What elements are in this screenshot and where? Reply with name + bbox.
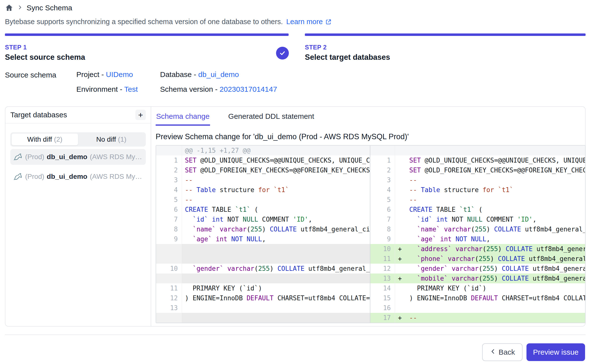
diff-row: 8 `name` varchar(255) COLLATE utf8mb4_ge… [370, 224, 585, 234]
diff-row [156, 244, 370, 254]
database-instance-label: (AWS RDS MySQL Prod) [90, 153, 142, 161]
line-number: 9 [370, 234, 395, 244]
target-databases-panel: Target databases + With diff (2) No diff… [5, 107, 151, 326]
database-list-item[interactable]: (Prod) db_ui_demo (AWS RDS MySQL Prod) [10, 169, 146, 184]
diff-row: 3-- [156, 175, 370, 185]
line-number: 13 [370, 273, 395, 283]
line-number: 10 [156, 264, 182, 273]
diff-add-marker [395, 185, 406, 195]
code-line: `phone` varchar(255) COLLATE utf8mb4_gen… [406, 254, 585, 264]
diff-row: 7 `id` int NOT NULL COMMENT 'ID', [156, 214, 370, 224]
database-link[interactable]: db_ui_demo [198, 70, 239, 78]
diff-row: 10 `gender` varchar(255) COLLATE utf8mb4… [156, 264, 370, 273]
line-number: 17 [370, 313, 395, 323]
line-number: 10 [370, 244, 395, 254]
diff-row: 14 PRIMARY KEY (`id`) [370, 283, 585, 293]
step-1: STEP 1 Select source schema [5, 33, 289, 62]
external-link-icon [325, 19, 332, 25]
diff-row: 17+-- [370, 313, 585, 323]
diff-row: 12 `gender` varchar(255) COLLATE utf8mb4… [370, 264, 585, 273]
diff-row: 7 `id` int NOT NULL COMMENT 'ID', [370, 214, 585, 224]
no-diff-tab[interactable]: No diff (1) [78, 134, 145, 145]
diff-row: 9 `age` int NOT NULL, [156, 234, 370, 244]
line-number: 4 [370, 185, 395, 195]
step-2: STEP 2 Select target databases [305, 33, 586, 62]
code-line: `mobile` varchar(255) COLLATE utf8mb4_ge… [406, 273, 585, 283]
step-1-check-icon [276, 47, 289, 60]
line-number: 12 [370, 264, 395, 273]
target-panel-header: Target databases + [5, 107, 151, 123]
diff-add-marker [395, 234, 406, 244]
diff-add-marker [395, 303, 406, 313]
database-env-label: (Prod) [25, 153, 44, 161]
diff-pane-source[interactable]: @@ -1,15 +1,27 @@1SET @OLD_UNIQUE_CHECKS… [156, 146, 370, 323]
diff-row: 11+ `phone` varchar(255) COLLATE utf8mb4… [370, 254, 585, 264]
code-line: SET @OLD_FOREIGN_KEY_CHECKS=@@FOREIGN_KE… [182, 165, 370, 175]
line-number [156, 273, 182, 283]
code-line: SET @OLD_FOREIGN_KEY_CHECKS=@@FOREIGN_KE… [406, 165, 585, 175]
learn-more-link[interactable]: Learn more [286, 18, 323, 26]
database-env-label: (Prod) [25, 173, 44, 181]
step-2-title: Select target databases [305, 53, 586, 62]
line-number: 8 [370, 224, 395, 234]
project-link[interactable]: UIDemo [106, 70, 133, 78]
diff-add-marker [395, 165, 406, 175]
diff-row: 16 [370, 303, 585, 313]
tab-schema-change[interactable]: Schema change [156, 107, 210, 126]
diff-add-marker: + [395, 254, 406, 264]
diff-row: 15) ENGINE=InnoDB DEFAULT CHARSET=utf8mb… [370, 293, 585, 303]
diff-pane-target[interactable]: 1SET @OLD_UNIQUE_CHECKS=@@UNIQUE_CHECKS,… [370, 146, 585, 323]
line-number: 8 [156, 224, 182, 234]
code-line [182, 303, 370, 313]
diff-row: 1SET @OLD_UNIQUE_CHECKS=@@UNIQUE_CHECKS,… [370, 155, 585, 165]
line-number [156, 146, 182, 155]
code-line: -- [406, 175, 585, 185]
tab-generated-ddl[interactable]: Generated DDL statement [228, 107, 315, 126]
diff-add-marker: + [395, 313, 406, 323]
line-number: 3 [370, 175, 395, 185]
schema-diff-viewer[interactable]: @@ -1,15 +1,27 @@1SET @OLD_UNIQUE_CHECKS… [156, 145, 586, 323]
code-line: `age` int NOT NULL, [406, 234, 585, 244]
line-number: 15 [370, 293, 395, 303]
source-database: Database - db_ui_demo [160, 70, 277, 79]
code-line: -- [406, 195, 585, 205]
diff-add-marker [395, 283, 406, 293]
diff-row: 1SET @OLD_UNIQUE_CHECKS=@@UNIQUE_CHECKS,… [156, 155, 370, 165]
code-line: `address` varchar(255) COLLATE utf8mb4_g… [406, 244, 585, 254]
database-list-item[interactable]: (Prod) db_ui_demo (AWS RDS MySQL Prod) [10, 149, 146, 165]
diff-add-marker: + [395, 244, 406, 254]
preview-issue-button[interactable]: Preview issue [526, 343, 585, 361]
code-line [182, 273, 370, 283]
page-title: Sync Schema [27, 4, 72, 12]
line-number: 1 [370, 155, 395, 165]
database-name: db_ui_demo [47, 173, 87, 181]
code-line: `id` int NOT NULL COMMENT 'ID', [406, 214, 585, 224]
line-number [156, 313, 182, 323]
main-card: Target databases + With diff (2) No diff… [5, 106, 586, 327]
breadcrumb: Sync Schema [5, 2, 72, 13]
back-button[interactable]: Back [482, 343, 523, 361]
code-line: -- [406, 313, 585, 323]
diff-add-marker [395, 214, 406, 224]
diff-row: 3-- [370, 175, 585, 185]
code-line: ) ENGINE=InnoDB DEFAULT CHARSET=utf8mb4 … [406, 293, 585, 303]
preview-tabs: Schema change Generated DDL statement [156, 107, 315, 126]
schema-version-link[interactable]: 20230317014147 [220, 85, 277, 93]
diff-row: 2SET @OLD_FOREIGN_KEY_CHECKS=@@FOREIGN_K… [370, 165, 585, 175]
diff-add-marker [395, 224, 406, 234]
footer-divider [5, 334, 586, 335]
code-line: @@ -1,15 +1,27 @@ [182, 146, 370, 155]
environment-link[interactable]: Test [124, 85, 138, 93]
diff-row: 13+ `mobile` varchar(255) COLLATE utf8mb… [370, 273, 585, 283]
line-number: 2 [370, 165, 395, 175]
add-database-button[interactable]: + [135, 110, 146, 120]
with-diff-tab[interactable]: With diff (2) [12, 134, 78, 145]
code-line: `gender` varchar(255) COLLATE utf8mb4_ge… [406, 264, 585, 273]
home-icon[interactable] [5, 4, 13, 12]
diff-row: 11 PRIMARY KEY (`id`) [156, 283, 370, 293]
line-number: 2 [156, 165, 182, 175]
chevron-right-icon [17, 5, 23, 11]
diff-row: 6CREATE TABLE `t1` ( [370, 205, 585, 214]
diff-add-marker [395, 155, 406, 165]
diff-row [156, 273, 370, 283]
